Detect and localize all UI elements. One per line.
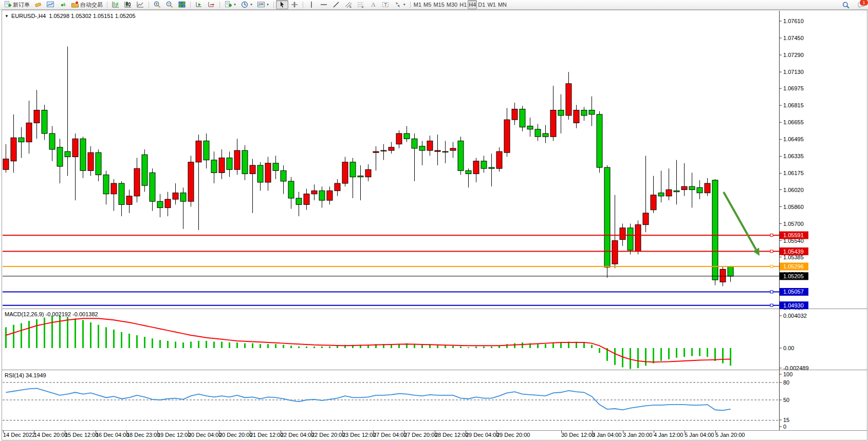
timeframe-w1-button[interactable]: W1 (486, 0, 497, 9)
candle-body (404, 133, 410, 139)
auto-trading-button[interactable]: 自动交易 (69, 0, 105, 9)
auto-scroll-button[interactable] (193, 0, 205, 9)
time-tick-label: 30 Dec 12:00 (561, 432, 595, 438)
autotrade-icon (71, 1, 79, 9)
price-tick-label: 1.06655 (783, 119, 804, 125)
tile-windows-button[interactable] (176, 0, 188, 9)
text-label-button[interactable]: T (379, 0, 392, 9)
timeframe-mn-button[interactable]: MN (497, 0, 508, 9)
ohlc-values: 1.05298 1.05302 1.05151 1.05205 (49, 13, 135, 19)
zoom-out-button[interactable] (163, 0, 176, 9)
candle-body (180, 193, 186, 202)
candle-body (427, 141, 433, 150)
chart-shift-button[interactable] (205, 0, 217, 9)
price-tick-label: 1.07130 (783, 69, 804, 75)
candle-body (173, 193, 178, 199)
periods-button[interactable]: ▼ (238, 0, 255, 9)
dropdown-caret-icon[interactable]: ▼ (403, 3, 406, 6)
time-tick-label: 5 Jan 04:00 (685, 432, 714, 438)
market-watch-button[interactable] (44, 0, 57, 9)
line-handle[interactable] (770, 265, 773, 268)
timeframe-m15-button[interactable]: M15 (432, 0, 445, 9)
line-handle[interactable] (770, 234, 773, 237)
candle-body (119, 183, 124, 204)
crosshair-button[interactable] (288, 0, 301, 9)
cursor-button[interactable] (276, 0, 288, 9)
vertical-line-icon (307, 1, 316, 9)
trendline-icon (332, 1, 340, 9)
timeframe-m30-button[interactable]: M30 (446, 0, 458, 9)
price-badge-label: 1.05205 (783, 273, 804, 279)
zoom-in-button[interactable] (151, 0, 163, 9)
chart-background[interactable] (0, 9, 868, 441)
toolbar-separator (219, 2, 220, 8)
equidistant-channel-button[interactable]: E (342, 0, 355, 9)
candle-body (566, 84, 571, 116)
time-axis[interactable]: 14 Dec 202214 Dec 20:0015 Dec 12:0016 De… (3, 431, 745, 438)
line-handle[interactable] (770, 304, 773, 306)
time-tick-label: 16 Dec 04:00 (96, 432, 129, 438)
candle-body (589, 110, 595, 114)
timeframe-m5-button[interactable]: M5 (422, 0, 432, 9)
svg-text:A: A (371, 1, 376, 8)
timeframe-h1-button[interactable]: H1 (458, 0, 468, 9)
dropdown-caret-icon[interactable]: ▼ (266, 3, 269, 6)
candle-body (720, 269, 726, 282)
timeframe-m1-button[interactable]: M1 (413, 0, 422, 9)
candle-body (651, 195, 656, 210)
candle-body (396, 133, 402, 144)
candle-body (242, 150, 248, 174)
indicators-button[interactable]: ▼ (222, 0, 238, 9)
zoom-out-icon (165, 1, 174, 9)
dropdown-caret-icon[interactable]: ▼ (233, 3, 236, 6)
candle-body (96, 152, 101, 175)
signals-button[interactable] (57, 0, 69, 9)
templates-button[interactable]: ▼ (255, 0, 271, 9)
candle-body (65, 151, 70, 157)
candle-chart-button[interactable] (122, 0, 134, 9)
arrows-button[interactable]: ▼ (392, 0, 408, 9)
dropdown-caret-icon[interactable]: ▼ (250, 3, 253, 6)
vertical-line-button[interactable] (305, 0, 318, 9)
notifications-button[interactable]: 1 (855, 1, 867, 10)
svg-text:T: T (384, 2, 387, 7)
horizontal-line-button[interactable] (318, 0, 330, 9)
price-tick-label: 1.06815 (783, 102, 804, 108)
search-button[interactable] (840, 1, 852, 10)
time-tick-label: 22 Dec 20:00 (311, 432, 345, 438)
line-handle[interactable] (770, 291, 773, 293)
trendline-button[interactable] (330, 0, 342, 9)
candle-body (11, 138, 16, 161)
price-tick-label: 1.06975 (783, 85, 804, 91)
chart-canvas[interactable]: 1.076101.074501.072901.071301.069751.068… (0, 0, 868, 441)
chevron-down-icon[interactable]: ▼ (5, 14, 9, 18)
time-tick-label: 27 Dec 20:00 (404, 432, 437, 438)
eraser-button[interactable] (32, 0, 44, 9)
time-tick-label: 19 Dec 12:00 (157, 432, 191, 438)
macd-axis-label: 0.004032 (783, 313, 807, 319)
price-tick-label: 1.05860 (783, 204, 804, 210)
candle-body (381, 150, 386, 151)
candle-body (288, 181, 294, 198)
candle-body (558, 110, 564, 116)
bar-chart-button[interactable] (109, 0, 122, 9)
rsi-axis-label: 50 (783, 397, 789, 403)
candle-body (712, 180, 718, 280)
price-tick-label: 1.06020 (783, 187, 804, 193)
time-tick-label: 20 Dec 04:00 (188, 432, 221, 438)
line-handle[interactable] (770, 250, 773, 253)
candle-body (281, 170, 286, 181)
new-order-icon (4, 1, 12, 9)
new-order-button[interactable]: 新订单 (2, 0, 32, 9)
candle-body (327, 191, 333, 201)
text-button[interactable]: A (367, 0, 379, 9)
price-tick-label: 1.06175 (783, 170, 804, 176)
line-chart-button[interactable] (134, 0, 146, 9)
candle-body (234, 150, 240, 169)
candle-body (535, 129, 541, 137)
timeframe-d1-button[interactable]: D1 (477, 0, 486, 9)
timeframe-h4-button[interactable]: H4 (468, 0, 477, 9)
candle-body (227, 158, 232, 170)
fibonacci-button[interactable]: F (355, 0, 367, 9)
new-order-button-label: 新订单 (13, 1, 30, 9)
